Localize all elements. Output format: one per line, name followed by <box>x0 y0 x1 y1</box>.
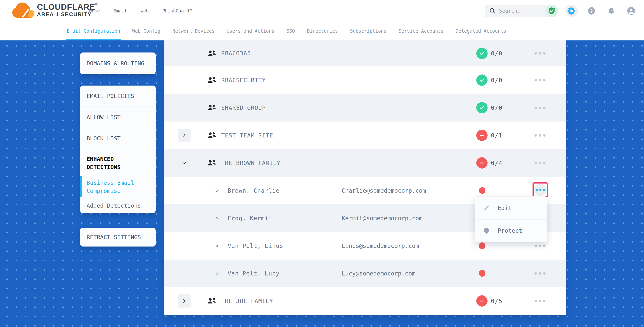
sidebar-item-domains-routing[interactable]: DOMAINS & ROUTING <box>80 52 156 74</box>
chevron-right-icon <box>182 160 187 165</box>
top-header: CLOUDFLARE® AREA 1 SECURITY HomeEmailWeb… <box>0 0 644 22</box>
shield-check-icon[interactable] <box>546 5 558 17</box>
row-name: Van Pelt, Lucy <box>228 270 280 277</box>
minus-icon <box>479 160 485 166</box>
group-people-icon <box>207 77 217 84</box>
search-icon <box>489 8 496 14</box>
tab-delegated-accounts[interactable]: Delegated Accounts <box>456 22 506 40</box>
row-menu-button[interactable] <box>533 46 547 61</box>
member-caret-icon: > <box>216 215 219 221</box>
account-avatar-icon[interactable] <box>625 5 638 17</box>
status-badge <box>476 48 488 59</box>
member-caret-icon: > <box>216 270 219 277</box>
row-name: Van Pelt, Linus <box>228 242 283 249</box>
primary-nav-link[interactable]: Email <box>114 8 127 13</box>
group-people-icon <box>207 298 217 305</box>
status-badge <box>476 295 488 307</box>
row-menu-button-active[interactable] <box>534 184 546 196</box>
table-row[interactable]: RBACSECURITY 0/0 <box>164 66 566 94</box>
status-badge <box>476 157 488 169</box>
svg-text:?: ? <box>590 8 593 14</box>
check-icon <box>479 77 485 83</box>
table-row[interactable]: > Van Pelt, Lucy Lucy@somedemocorp.com <box>164 260 566 287</box>
check-icon <box>479 50 485 56</box>
menu-button-highlight <box>532 182 548 197</box>
tab-sso[interactable]: SSO <box>286 22 295 40</box>
primary-nav: HomeEmailWebPhishGuard™ <box>89 0 192 22</box>
settings-gear-icon[interactable] <box>566 5 578 17</box>
row-name: RBACSECURITY <box>221 77 266 84</box>
group-people-icon <box>207 159 217 166</box>
primary-nav-link[interactable]: Home <box>89 8 100 13</box>
primary-nav-link[interactable]: Web <box>141 8 149 13</box>
check-icon <box>479 105 485 111</box>
group-people-icon <box>207 104 217 111</box>
group-people-icon <box>207 50 217 57</box>
row-name: TEST TEAM SITE <box>221 132 273 139</box>
row-name: Frog, Kermit <box>228 215 272 222</box>
sidebar-item-block-list[interactable]: BLOCK LIST <box>80 128 156 149</box>
context-menu-item-edit[interactable]: Edit <box>475 197 547 219</box>
app-root: CLOUDFLARE® AREA 1 SECURITY HomeEmailWeb… <box>0 0 644 327</box>
search-input[interactable] <box>499 8 550 14</box>
status-badge <box>479 270 486 277</box>
header-icon-cluster: ? <box>546 0 638 22</box>
sidebar-section-enhanced-detections: ENHANCED DETECTIONS <box>80 149 156 171</box>
row-context-menu: Edit Protect <box>475 196 547 242</box>
expand-row-button[interactable] <box>178 156 191 170</box>
row-menu-button[interactable] <box>533 266 547 281</box>
sidebar-item-email-policies[interactable]: EMAIL POLICIES <box>80 85 156 107</box>
table-row[interactable]: THE BROWN FAMILY 0/4 <box>164 149 566 177</box>
cloudflare-logo[interactable]: CLOUDFLARE® AREA 1 SECURITY <box>12 2 98 18</box>
status-badge <box>476 102 488 113</box>
tab-subscriptions[interactable]: Subscriptions <box>350 22 386 40</box>
sidebar-subitem-business-email-compromise[interactable]: Business Email Compromise <box>80 176 156 197</box>
tab-email-configuration[interactable]: Email Configuration <box>67 22 120 40</box>
tab-web-config[interactable]: Web Config <box>132 22 160 40</box>
row-menu-button[interactable] <box>533 156 547 170</box>
status-badge <box>479 187 486 194</box>
row-menu-button[interactable] <box>533 73 547 87</box>
primary-nav-link[interactable]: PhishGuard™ <box>162 8 192 13</box>
row-menu-button[interactable] <box>533 128 547 142</box>
expand-row-button[interactable] <box>178 294 191 308</box>
protected-count: 0/1 <box>491 132 502 139</box>
pencil-icon <box>483 204 490 211</box>
sidebar-item-label: RETRACT SETTINGS <box>86 234 141 241</box>
row-menu-button[interactable] <box>533 294 547 308</box>
help-icon[interactable]: ? <box>585 5 598 17</box>
tab-users-and-actions[interactable]: Users and Actions <box>227 22 274 40</box>
table-row[interactable]: RBACO365 0/0 <box>164 40 566 66</box>
row-email: Lucy@somedemocorp.com <box>342 270 416 277</box>
row-name: THE JOE FAMILY <box>221 298 273 305</box>
row-menu-button[interactable] <box>533 100 547 115</box>
row-name: Brown, Charlie <box>228 187 280 194</box>
table-row[interactable]: TEST TEAM SITE 0/1 <box>164 121 566 149</box>
sidebar-policies-card: EMAIL POLICIESALLOW LISTBLOCK LIST ENHAN… <box>80 85 156 213</box>
member-caret-icon: > <box>216 243 219 249</box>
table-row[interactable]: THE JOE FAMILY 0/5 <box>164 287 566 315</box>
tab-directories[interactable]: Directories <box>307 22 338 40</box>
context-menu-item-label: Protect <box>498 227 522 234</box>
brand-tagline: AREA 1 SECURITY <box>37 11 98 17</box>
row-email: Linus@somedemocorp.com <box>342 242 419 249</box>
context-menu-item-protect[interactable]: Protect <box>475 219 547 242</box>
member-caret-icon: > <box>216 187 219 194</box>
minus-icon <box>479 298 485 304</box>
tab-service-accounts[interactable]: Service Accounts <box>399 22 444 40</box>
row-name: SHARED_GROUP <box>221 104 266 111</box>
chevron-right-icon <box>182 299 187 304</box>
protected-count: 0/5 <box>491 298 502 305</box>
sidebar-item-allow-list[interactable]: ALLOW LIST <box>80 107 156 128</box>
sidebar-item-retract-settings[interactable]: RETRACT SETTINGS <box>80 228 156 247</box>
tab-network-devices[interactable]: Network Devices <box>172 22 214 40</box>
table-row[interactable]: SHARED_GROUP 0/0 <box>164 94 566 121</box>
shield-icon <box>483 227 490 234</box>
status-badge <box>476 74 488 86</box>
notifications-bell-icon[interactable] <box>605 5 618 17</box>
sidebar-item-label: DOMAINS & ROUTING <box>86 60 144 67</box>
expand-row-button[interactable] <box>178 129 191 142</box>
protected-count: 0/0 <box>491 50 502 57</box>
row-name: THE BROWN FAMILY <box>221 160 280 166</box>
sidebar-subitem-added-detections[interactable]: Added Detections <box>80 199 156 212</box>
